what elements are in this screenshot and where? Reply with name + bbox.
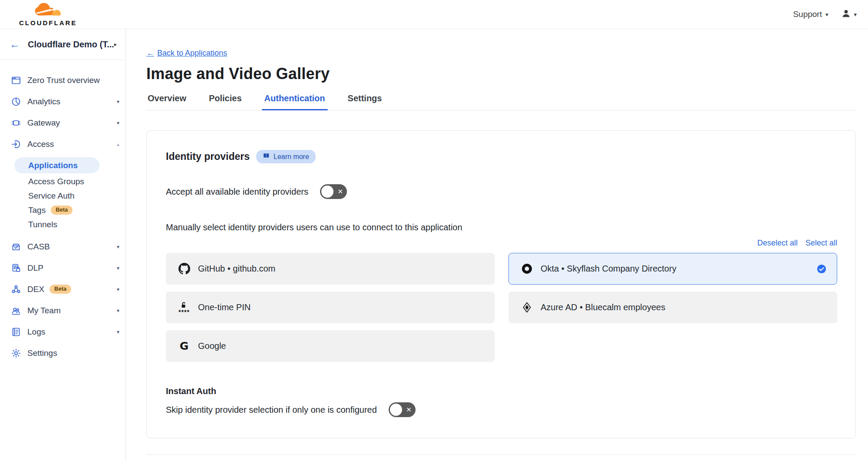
support-menu[interactable]: Support ▾ bbox=[793, 10, 828, 19]
instant-auth-toggle[interactable]: ✕ bbox=[389, 402, 416, 417]
user-icon bbox=[841, 9, 851, 20]
sidebar-item-label: Logs bbox=[27, 327, 45, 337]
one-time-pin-icon: **** bbox=[178, 301, 191, 314]
chevron-down-icon: ▾ bbox=[117, 265, 119, 271]
okta-icon bbox=[520, 263, 533, 275]
accept-toggle-label: Accept all available identity providers bbox=[166, 187, 308, 197]
back-to-applications-link[interactable]: ← Back to Applications bbox=[146, 49, 227, 58]
select-all-link[interactable]: Select all bbox=[805, 239, 837, 248]
cloudflare-wordmark: CLOUDFLARE bbox=[19, 19, 77, 27]
chevron-down-icon: ▾ bbox=[117, 244, 119, 250]
chevron-down-icon: ▾ bbox=[854, 12, 857, 17]
provider-label: Okta • Skyflash Company Directory bbox=[541, 264, 677, 274]
gateway-icon bbox=[10, 117, 22, 129]
settings-icon bbox=[10, 348, 22, 359]
selected-check-icon bbox=[817, 264, 826, 274]
provider-label: One-time PIN bbox=[198, 302, 251, 312]
topbar-right: Support ▾ ▾ bbox=[793, 9, 857, 20]
learn-more-badge[interactable]: Learn more bbox=[256, 150, 316, 163]
sidebar-subitem-label: Tags bbox=[28, 206, 46, 215]
tab-settings[interactable]: Settings bbox=[347, 93, 383, 110]
sidebar-subitem-label: Tunnels bbox=[28, 220, 57, 229]
sidebar-item-access[interactable]: Access▴ bbox=[0, 133, 125, 155]
sidebar-item-zero-trust-overview[interactable]: Zero Trust overview bbox=[0, 70, 125, 91]
tab-overview[interactable]: Overview bbox=[146, 93, 188, 110]
access-icon bbox=[10, 139, 22, 150]
github-icon bbox=[178, 263, 191, 275]
accept-all-toggle[interactable]: ✕ bbox=[320, 184, 347, 199]
learn-more-label: Learn more bbox=[274, 153, 309, 161]
sidebar-item-dex[interactable]: DEXBeta▾ bbox=[0, 279, 125, 300]
provider-label: Google bbox=[198, 341, 226, 351]
chevron-right-icon[interactable]: ▸ bbox=[114, 41, 117, 47]
sidebar-item-label: My Team bbox=[27, 306, 61, 315]
sidebar-nav: Zero Trust overviewAnalytics▾Gateway▾Acc… bbox=[0, 60, 125, 364]
beta-badge: Beta bbox=[50, 285, 71, 294]
instant-auth-heading: Instant Auth bbox=[166, 386, 837, 396]
provider-tile-azure-ad[interactable]: Azure AD • Bluecalm employees bbox=[508, 292, 837, 323]
tabs: Overview Policies Authentication Setting… bbox=[146, 93, 856, 110]
provider-label: GitHub • github.com bbox=[198, 264, 275, 274]
user-menu[interactable]: ▾ bbox=[841, 9, 857, 20]
analytics-icon bbox=[10, 96, 22, 107]
sidebar-item-label: Gateway bbox=[27, 118, 60, 128]
footer-divider bbox=[146, 454, 856, 455]
chevron-down-icon: ▾ bbox=[117, 308, 119, 314]
provider-tile-github[interactable]: GitHub • github.com bbox=[166, 253, 495, 285]
sidebar-item-label: Access bbox=[27, 139, 54, 149]
sidebar-item-label: DEX bbox=[27, 285, 44, 294]
chevron-down-icon: ▾ bbox=[825, 12, 828, 17]
zero-trust-overview-icon bbox=[10, 75, 22, 86]
sidebar-subnav-access: ApplicationsAccess GroupsService AuthTag… bbox=[0, 155, 125, 236]
support-label: Support bbox=[793, 10, 822, 19]
toggle-off-x-icon: ✕ bbox=[406, 406, 412, 414]
tab-authentication[interactable]: Authentication bbox=[263, 93, 327, 110]
sidebar-subitem-label: Applications bbox=[28, 161, 78, 170]
sidebar-subitem-tags[interactable]: TagsBeta bbox=[0, 203, 125, 217]
card-heading: Identity providers bbox=[166, 151, 250, 163]
deselect-all-link[interactable]: Deselect all bbox=[757, 239, 798, 248]
sidebar-item-label: CASB bbox=[27, 242, 50, 252]
sidebar-item-label: Analytics bbox=[27, 97, 60, 106]
chevron-down-icon: ▾ bbox=[117, 120, 119, 126]
dlp-icon bbox=[10, 262, 22, 274]
topbar: CLOUDFLARE Support ▾ ▾ bbox=[0, 0, 868, 29]
provider-grid: GitHub • github.comOkta • Skyflash Compa… bbox=[166, 253, 837, 362]
my-team-icon bbox=[10, 305, 22, 316]
back-arrow-icon[interactable]: ← bbox=[10, 39, 20, 50]
chevron-down-icon: ▾ bbox=[117, 99, 119, 105]
back-arrow-icon: ← bbox=[146, 49, 154, 58]
provider-tile-google[interactable]: GGoogle bbox=[166, 330, 495, 362]
sidebar-item-dlp[interactable]: DLP▾ bbox=[0, 257, 125, 279]
sidebar-subitem-applications[interactable]: Applications bbox=[14, 157, 99, 173]
provider-tile-okta[interactable]: Okta • Skyflash Company Directory bbox=[508, 253, 837, 285]
cloudflare-cloud-icon bbox=[32, 3, 65, 19]
main-content: ← Back to Applications Image and Video G… bbox=[126, 29, 868, 461]
google-icon: G bbox=[178, 341, 191, 352]
sidebar-item-label: Zero Trust overview bbox=[27, 76, 100, 85]
toggle-knob bbox=[321, 186, 333, 198]
sidebar-subitem-access-groups[interactable]: Access Groups bbox=[0, 174, 125, 189]
sidebar-item-casb[interactable]: CASB▾ bbox=[0, 236, 125, 257]
provider-label: Azure AD • Bluecalm employees bbox=[541, 302, 665, 312]
sidebar-item-analytics[interactable]: Analytics▾ bbox=[0, 91, 125, 112]
casb-icon bbox=[10, 241, 22, 252]
tab-policies[interactable]: Policies bbox=[208, 93, 243, 110]
beta-badge: Beta bbox=[51, 206, 73, 215]
cloudflare-logo[interactable]: CLOUDFLARE bbox=[19, 3, 77, 27]
sidebar: ← Cloudflare Demo (T... ▸ Zero Trust ove… bbox=[0, 29, 126, 461]
sidebar-item-settings[interactable]: Settings bbox=[0, 342, 125, 364]
sidebar-subitem-service-auth[interactable]: Service Auth bbox=[0, 189, 125, 203]
logs-icon bbox=[10, 326, 22, 338]
sidebar-subitem-tunnels[interactable]: Tunnels bbox=[0, 217, 125, 232]
sidebar-subitem-label: Access Groups bbox=[28, 177, 84, 186]
account-header[interactable]: ← Cloudflare Demo (T... ▸ bbox=[0, 29, 125, 60]
sidebar-item-my-team[interactable]: My Team▾ bbox=[0, 300, 125, 321]
sidebar-item-gateway[interactable]: Gateway▾ bbox=[0, 112, 125, 133]
azure-ad-icon bbox=[520, 302, 533, 313]
account-name: Cloudflare Demo (T... bbox=[28, 40, 114, 50]
provider-tile-one-time-pin[interactable]: ****One-time PIN bbox=[166, 292, 495, 323]
sidebar-item-logs[interactable]: Logs▾ bbox=[0, 321, 125, 342]
book-icon bbox=[263, 152, 270, 161]
toggle-knob bbox=[390, 404, 402, 416]
